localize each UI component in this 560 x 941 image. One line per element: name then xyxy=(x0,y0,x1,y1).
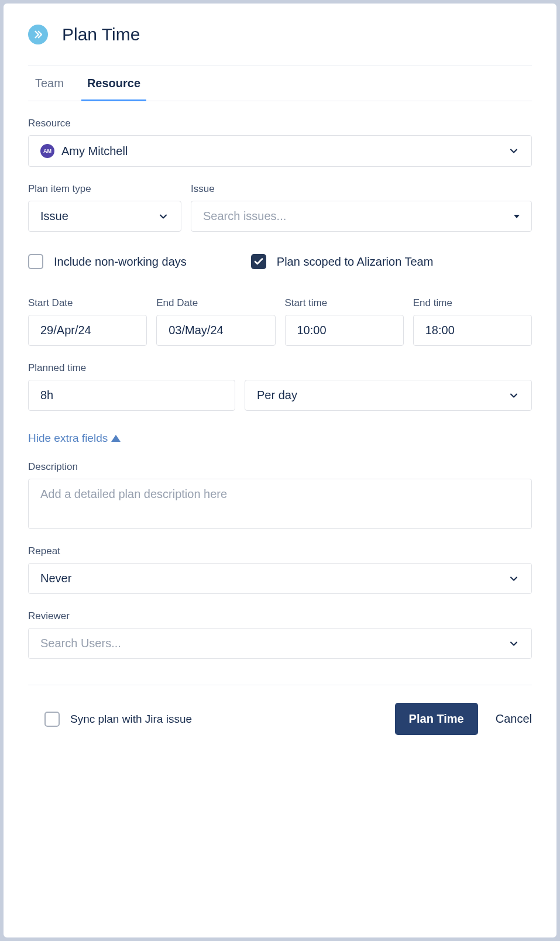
avatar: AM xyxy=(40,144,54,158)
tab-resource[interactable]: Resource xyxy=(87,77,140,101)
caret-down-icon xyxy=(514,215,520,218)
plan-time-dialog: Plan Time Team Resource Resource AM Amy … xyxy=(4,4,556,937)
end-date-label: End Date xyxy=(156,297,275,309)
tab-team[interactable]: Team xyxy=(35,77,64,101)
resource-label: Resource xyxy=(28,118,532,129)
include-nonworking-checkbox[interactable] xyxy=(28,254,43,269)
chevron-down-icon xyxy=(508,145,520,157)
issue-search-select[interactable]: Search issues... xyxy=(191,201,532,232)
hide-extra-fields-toggle[interactable]: Hide extra fields xyxy=(28,432,121,445)
dialog-header: Plan Time xyxy=(28,25,532,44)
plan-item-type-value: Issue xyxy=(40,210,68,223)
cancel-button[interactable]: Cancel xyxy=(496,712,532,726)
repeat-label: Repeat xyxy=(28,545,532,557)
include-nonworking-label: Include non-working days xyxy=(54,255,187,269)
svg-marker-0 xyxy=(111,435,121,442)
plan-scoped-label: Plan scoped to Alizarion Team xyxy=(277,255,434,269)
reviewer-label: Reviewer xyxy=(28,610,532,622)
chevron-down-icon xyxy=(508,638,520,650)
resource-value: Amy Mitchell xyxy=(61,145,128,158)
dialog-footer: Sync plan with Jira issue Plan Time Canc… xyxy=(28,685,532,735)
planned-time-input[interactable]: 8h xyxy=(28,380,235,411)
period-value: Per day xyxy=(257,389,297,402)
chevron-down-icon xyxy=(157,211,169,222)
reviewer-placeholder: Search Users... xyxy=(40,637,121,650)
end-date-input[interactable]: 03/May/24 xyxy=(156,315,275,346)
end-time-input[interactable]: 18:00 xyxy=(413,315,532,346)
plan-time-icon xyxy=(28,25,48,44)
plan-item-type-select[interactable]: Issue xyxy=(28,201,181,232)
sync-checkbox[interactable] xyxy=(44,712,60,727)
issue-placeholder: Search issues... xyxy=(203,210,286,223)
chevron-down-icon xyxy=(508,390,520,401)
tabs-container: Team Resource xyxy=(28,66,532,101)
start-time-label: Start time xyxy=(285,297,404,309)
dialog-title: Plan Time xyxy=(62,25,140,44)
description-textarea[interactable]: Add a detailed plan description here xyxy=(28,479,532,529)
resource-select[interactable]: AM Amy Mitchell xyxy=(28,135,532,167)
reviewer-select[interactable]: Search Users... xyxy=(28,628,532,659)
description-placeholder: Add a detailed plan description here xyxy=(40,487,227,501)
start-time-input[interactable]: 10:00 xyxy=(285,315,404,346)
repeat-value: Never xyxy=(40,572,71,585)
repeat-select[interactable]: Never xyxy=(28,563,532,594)
period-select[interactable]: Per day xyxy=(245,380,532,411)
chevron-down-icon xyxy=(508,573,520,585)
sync-label: Sync plan with Jira issue xyxy=(70,713,192,726)
start-date-label: Start Date xyxy=(28,297,147,309)
issue-label: Issue xyxy=(191,183,532,195)
caret-up-icon xyxy=(111,435,121,442)
plan-item-type-label: Plan item type xyxy=(28,183,181,195)
description-label: Description xyxy=(28,461,532,473)
end-time-label: End time xyxy=(413,297,532,309)
plan-time-button[interactable]: Plan Time xyxy=(395,703,478,735)
check-icon xyxy=(253,256,264,267)
planned-time-label: Planned time xyxy=(28,362,235,374)
plan-scoped-checkbox[interactable] xyxy=(251,254,266,269)
start-date-input[interactable]: 29/Apr/24 xyxy=(28,315,147,346)
